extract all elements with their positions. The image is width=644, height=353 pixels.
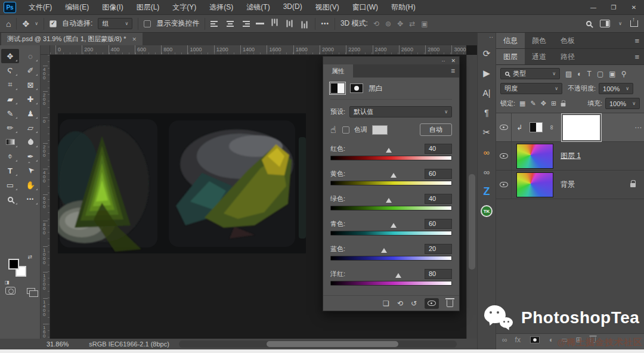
eye-icon[interactable] [500,125,508,130]
layer-thumbnail[interactable] [516,172,553,197]
plugin-z[interactable]: Z [480,185,493,197]
edit-toolbar-button[interactable]: ••• [21,192,39,206]
menu-item[interactable]: 窗口(W) [346,2,385,13]
tab-properties[interactable]: 属性 [323,64,353,78]
history[interactable]: ⟳ [480,48,493,60]
blend-mode-dropdown[interactable]: 明度∨ [500,83,562,94]
frame-tool[interactable]: ⊠ [21,78,39,92]
visibility-cell[interactable] [496,171,512,199]
ruler-tool[interactable]: ▰ [1,92,19,106]
black-white-adjustment-icon[interactable] [330,83,345,94]
type-tool[interactable]: T [1,163,19,178]
close-icon[interactable]: ✕ [132,36,137,42]
lock-transparent-icon[interactable]: ▦ [519,100,525,107]
blur-tool[interactable] [21,135,39,149]
minimize-icon[interactable]: — [583,4,603,11]
default-colors-icon[interactable]: ◨ [5,280,10,285]
hand-tool[interactable]: ✋ [21,178,39,192]
distribute-horizontal-icon[interactable] [255,20,265,27]
tint-checkbox[interactable] [342,126,349,134]
tab-paths[interactable]: 路径 [553,49,582,64]
collapse-panel-icon[interactable]: ·· [441,58,445,64]
visibility-cell[interactable] [496,113,512,141]
vertical-scrollbar[interactable] [466,55,477,339]
restore-icon[interactable]: ❐ [603,4,624,11]
align-center-icon[interactable] [225,20,235,27]
zoom-level[interactable]: 31.86% [47,340,69,348]
targeted-adjustment-icon[interactable]: ☝ [330,124,336,135]
chevron-down-icon[interactable]: ∨ [35,21,38,26]
slide-3d-icon[interactable]: ⇄ [409,20,415,28]
tab-channels[interactable]: 通道 [525,49,553,64]
slider-thumb[interactable] [381,248,387,253]
slider-track[interactable] [330,256,452,261]
fill-dropdown[interactable]: 100%∨ [605,98,640,109]
auto-select-checkbox[interactable] [49,20,57,27]
slider-thumb[interactable] [391,223,397,228]
view-previous-state-icon[interactable]: ⟲ [397,299,403,308]
eye-icon[interactable] [500,153,508,159]
roll-3d-icon[interactable]: ⊚ [385,20,391,28]
align-left-icon[interactable] [210,20,220,27]
scale-3d-icon[interactable]: ▣ [421,20,428,28]
opacity-dropdown[interactable]: 100%∨ [599,83,633,94]
toggle-visibility-button[interactable] [425,298,439,309]
menu-item[interactable]: 文件(F) [22,2,58,13]
filter-adjustment-icon[interactable]: ◐ [577,70,581,78]
shape-tool[interactable]: ▭ [1,178,19,192]
close-icon[interactable]: ✕ [451,58,456,64]
scrollbar-thumb[interactable] [267,341,398,347]
lock-artboard-icon[interactable]: ⊞ [551,100,556,107]
plugin-infinity-color[interactable]: ∞ [480,146,493,158]
lasso-tool[interactable]: Ϛ [1,63,19,78]
layer-thumbnail[interactable] [516,144,553,169]
filter-type-dropdown[interactable]: 类型∨ [500,68,560,79]
slider-value[interactable]: 40 [425,194,452,204]
align-middle-icon[interactable] [286,19,294,29]
align-right-icon[interactable] [240,20,250,27]
chevron-down-icon[interactable]: ∨ [618,21,622,26]
eraser-tool[interactable]: ▱ [21,120,39,135]
close-icon[interactable]: ✕ [624,4,644,11]
slider-value[interactable]: 80 [425,269,452,279]
lock-all-icon[interactable] [561,103,566,107]
document-tab[interactable]: 测试.psd @ 31.9% (黑白 1, 图层蒙版/8) * ✕ [1,33,143,45]
dodge-tool[interactable]: ⌽ [1,149,19,163]
foreground-color-swatch[interactable] [8,259,19,270]
menu-item[interactable]: 选择(S) [203,2,240,13]
mask-icon[interactable] [350,83,363,93]
slider-value[interactable]: 20 [425,244,452,254]
expand-panels-icon[interactable]: ·· [489,34,493,41]
align-top-icon[interactable] [271,19,279,29]
menu-item[interactable]: 滤镜(T) [240,2,276,13]
clip-to-layer-icon[interactable]: ❏ [383,299,389,308]
share-icon[interactable] [630,20,638,27]
quick-mask-icon[interactable] [5,287,16,295]
mask-link-icon[interactable]: ∞ [549,125,556,130]
tab-swatches[interactable]: 色板 [553,33,582,48]
scrollbar-thumb[interactable] [469,174,475,270]
menu-item[interactable]: 编辑(E) [58,2,95,13]
search-icon[interactable] [586,21,592,26]
tab-color[interactable]: 颜色 [525,33,553,48]
layer-style-icon[interactable]: fx [515,336,521,344]
slider-track[interactable] [330,281,452,286]
delete-adjustment-icon[interactable] [447,300,453,307]
lock-move-icon[interactable]: ✥ [541,100,546,107]
tab-info[interactable]: 信息 [496,33,525,48]
marquee-tool[interactable]: ◌ [21,49,39,63]
tab-layers[interactable]: 图层 [496,49,525,64]
adjustment-layer-thumbnail[interactable] [530,122,543,132]
character[interactable]: A| [480,87,493,99]
quick-selection-tool[interactable]: ✐ [21,63,39,78]
filter-type-icon[interactable]: T [587,70,592,78]
layer-mask-thumbnail[interactable] [563,115,600,140]
link-layers-icon[interactable]: ∞ [502,336,507,344]
new-adjustment-icon[interactable]: ◐ [549,336,553,344]
swap-colors-icon[interactable]: ⇄ [27,254,32,260]
horizontal-scrollbar[interactable] [179,340,457,348]
workspace-icon[interactable] [600,20,610,27]
slider-thumb[interactable] [386,148,392,153]
layer-row[interactable]: 图层 1 [496,142,644,171]
panel-menu-icon[interactable]: ≡ [634,36,639,45]
